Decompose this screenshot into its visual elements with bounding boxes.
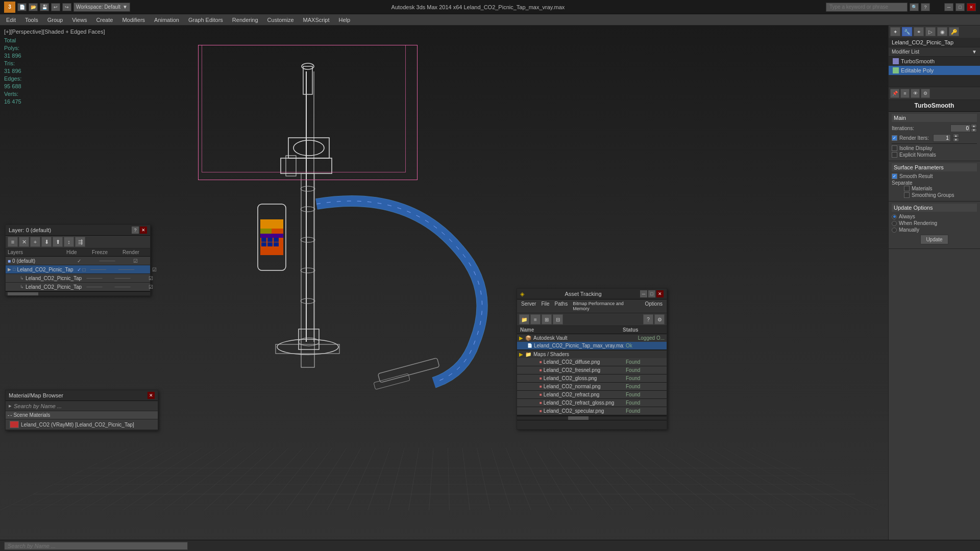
asset-menu-server[interactable]: Server <box>519 300 538 312</box>
menu-item-rendering[interactable]: Rendering <box>228 16 262 24</box>
minimize-btn[interactable]: ─ <box>944 3 953 11</box>
isoline-checkbox[interactable] <box>892 145 897 151</box>
iterations-down[interactable]: ▼ <box>971 128 977 132</box>
modifier-editable-poly[interactable]: Editable Poly <box>889 66 980 75</box>
rp-modifier-list-label[interactable]: Modifier List ▼ <box>889 47 980 57</box>
menu-item-help[interactable]: Help <box>335 16 355 24</box>
asset-file-max[interactable]: 📄 Leland_CO2_Picnic_Tap_max_vray.max Ok <box>517 342 667 350</box>
radio-when-rendering[interactable] <box>892 221 897 226</box>
maximize-btn[interactable]: □ <box>955 3 965 11</box>
save-btn[interactable]: 💾 <box>40 3 49 11</box>
asset-tb-2[interactable]: ≡ <box>530 314 541 324</box>
viewport[interactable]: [+][Perspective][Shaded + Edged Faces] T… <box>0 26 888 551</box>
asset-menu-paths[interactable]: Paths <box>553 300 570 312</box>
mod-icon-visible[interactable]: 👁 <box>911 89 920 98</box>
layer-tool-7[interactable]: ⇶ <box>75 237 85 247</box>
layer-row-child2[interactable]: ↳ Leland_CO2_Picnic_Tap ──── ──── ☑ <box>6 283 150 291</box>
layer-tool-2[interactable]: ✕ <box>19 237 29 247</box>
smoothing-groups-checkbox[interactable] <box>904 192 910 198</box>
asset-file-specular[interactable]: ■ Leland_CO2_specular.png Found <box>517 407 667 415</box>
workspace-dropdown[interactable]: Workspace: Default ▼ <box>74 3 130 12</box>
titlebar-search[interactable] <box>826 3 908 12</box>
rp-update-title[interactable]: Update Options <box>892 204 977 212</box>
modifier-list-dropdown-icon[interactable]: ▼ <box>972 49 977 55</box>
menu-item-animation[interactable]: Animation <box>150 16 183 24</box>
menu-item-graph-editors[interactable]: Graph Editors <box>184 16 227 24</box>
asset-tb-4[interactable]: ⊟ <box>553 314 563 324</box>
open-btn[interactable]: 📂 <box>29 3 38 11</box>
smooth-result-checkbox[interactable] <box>892 173 897 179</box>
layer-tool-5[interactable]: ⬆ <box>53 237 63 247</box>
menu-item-modifiers[interactable]: Modifiers <box>118 16 149 24</box>
render-iters-down[interactable]: ▼ <box>953 138 959 142</box>
layer-row-child1[interactable]: ↳ Leland_CO2_Picnic_Tap ──── ──── ☑ <box>6 274 150 283</box>
asset-file-gloss[interactable]: ■ Leland_CO2_gloss.png Found <box>517 374 667 383</box>
undo-btn[interactable]: ↩ <box>51 3 60 11</box>
menu-item-customize[interactable]: Customize <box>263 16 298 24</box>
asset-file-refract-gloss[interactable]: ■ Leland_CO2_refract_gloss.png Found <box>517 399 667 407</box>
asset-scrollbar[interactable] <box>517 416 667 420</box>
menu-item-maxscript[interactable]: MAXScript <box>299 16 334 24</box>
menu-item-tools[interactable]: Tools <box>21 16 42 24</box>
asset-help-btn[interactable]: ? <box>643 314 653 324</box>
modifier-turbosmooth[interactable]: TurboSmooth <box>889 57 980 66</box>
scene-materials-header[interactable]: - - Scene Materials <box>6 411 158 419</box>
render-iters-input[interactable] <box>933 134 951 142</box>
bottom-search-input[interactable] <box>4 542 188 550</box>
material-panel-titlebar[interactable]: Material/Map Browser ✕ <box>6 390 158 401</box>
close-btn[interactable]: ✕ <box>967 3 976 11</box>
asset-menu-options[interactable]: Options <box>643 300 665 312</box>
asset-menu-file[interactable]: File <box>539 300 551 312</box>
menu-item-create[interactable]: Create <box>92 16 117 24</box>
asset-file-diffuse[interactable]: ■ Leland_CO2_diffuse.png Found <box>517 358 667 366</box>
mod-icon-pin[interactable]: 📌 <box>890 89 899 98</box>
asset-close-btn[interactable]: ✕ <box>656 290 664 297</box>
layer-panel-titlebar[interactable]: Layer: 0 (default) ? ✕ <box>6 225 150 236</box>
layer-scrollbar[interactable] <box>6 291 150 295</box>
asset-menu-bitmap[interactable]: Bitmap Performance and Memory <box>571 300 642 312</box>
new-btn[interactable]: 📄 <box>17 3 27 11</box>
mod-icon-list[interactable]: ≡ <box>900 89 910 98</box>
layer-tool-6[interactable]: ↕ <box>64 237 74 247</box>
material-item[interactable]: Leland_CO2 (VRayMtl) [Leland_CO2_Picnic_… <box>6 419 158 430</box>
asset-restore-btn[interactable]: □ <box>648 290 655 297</box>
rp-icon-display[interactable]: ◉ <box>937 27 947 36</box>
layer-tool-3[interactable]: + <box>30 237 40 247</box>
asset-config-btn[interactable]: ⚙ <box>654 314 665 324</box>
layer-tool-1[interactable]: ≡ <box>8 237 18 247</box>
rp-icon-utilities[interactable]: 🔑 <box>949 27 959 36</box>
layer-row-leland[interactable]: ▶ □ Leland_CO2_Picnic_Tap ✓ □ ──── ──── … <box>6 265 150 274</box>
asset-tb-1[interactable]: 📁 <box>519 314 529 324</box>
rp-surface-title[interactable]: Surface Parameters <box>892 163 977 171</box>
layer-panel-minimize[interactable]: ? <box>132 227 139 234</box>
update-button[interactable]: Update <box>920 235 948 244</box>
rp-icon-motion[interactable]: ▷ <box>925 27 936 36</box>
layer-panel-close[interactable]: ✕ <box>140 227 147 234</box>
asset-file-refract[interactable]: ■ Leland_CO2_refract.png Found <box>517 391 667 399</box>
render-iters-checkbox[interactable] <box>892 135 897 141</box>
asset-vault-header[interactable]: ▶ 📦 Autodesk Vault Logged O... <box>517 334 667 342</box>
iterations-input[interactable] <box>950 124 971 132</box>
iterations-up[interactable]: ▲ <box>971 124 977 128</box>
material-panel-close[interactable]: ✕ <box>148 392 155 399</box>
rp-main-title[interactable]: Main <box>892 114 977 122</box>
menu-item-views[interactable]: Views <box>68 16 91 24</box>
redo-btn[interactable]: ↪ <box>62 3 71 11</box>
rp-icon-create[interactable]: ✦ <box>890 27 900 36</box>
asset-panel-titlebar[interactable]: ◈ Asset Tracking ─ □ ✕ <box>517 289 667 299</box>
explicit-normals-checkbox[interactable] <box>892 152 897 158</box>
radio-always[interactable] <box>892 214 897 219</box>
asset-file-normal[interactable]: ■ Leland_CO2_normal.png Found <box>517 383 667 391</box>
rp-icon-modify[interactable]: 🔧 <box>902 27 912 36</box>
search-btn[interactable]: 🔍 <box>910 3 919 11</box>
render-iters-up[interactable]: ▲ <box>953 134 959 138</box>
mod-icon-configure[interactable]: ⚙ <box>921 89 930 98</box>
asset-tb-3[interactable]: ⊞ <box>542 314 552 324</box>
menu-item-edit[interactable]: Edit <box>2 16 20 24</box>
radio-manually[interactable] <box>892 228 897 233</box>
materials-checkbox[interactable] <box>904 186 910 191</box>
rp-icon-hierarchy[interactable]: ⚭ <box>914 27 924 36</box>
asset-minimize-btn[interactable]: ─ <box>640 290 647 297</box>
asset-maps-header[interactable]: ▶ 📁 Maps / Shaders <box>517 350 667 358</box>
layer-row-default[interactable]: ■ 0 (default) ✓ ──── ☑ <box>6 257 150 265</box>
